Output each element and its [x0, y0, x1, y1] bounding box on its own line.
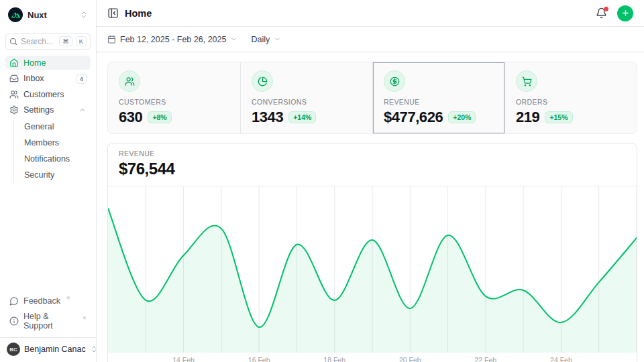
panel-left-close-icon — [107, 7, 119, 19]
x-tick-label: 20 Feb — [399, 356, 421, 362]
feedback-label: Feedback — [23, 296, 60, 306]
stat-delta-badge: +14% — [288, 111, 316, 123]
users-icon — [9, 90, 19, 99]
stat-value: 630 — [119, 109, 142, 125]
sidebar-item-label: Inbox — [23, 74, 44, 83]
date-range-picker[interactable]: Feb 12, 2025 - Feb 26, 2025 — [107, 35, 237, 44]
shopping-cart-icon — [516, 70, 537, 92]
gear-icon — [9, 105, 19, 115]
help-support-label: Help & Support — [23, 312, 76, 330]
sidebar-nav: Home Inbox 4 Customers Settings — [5, 56, 91, 182]
collapse-sidebar-button[interactable] — [107, 7, 119, 19]
kbd-k: K — [76, 36, 87, 46]
kbd-meta: ⌘ — [59, 36, 72, 46]
users-icon — [119, 70, 140, 92]
x-tick-label: 18 Feb — [323, 356, 345, 362]
external-link-icon — [66, 296, 70, 300]
nuxt-logo-icon — [8, 7, 23, 22]
page-title: Home — [125, 8, 590, 19]
search-input[interactable]: Search... ⌘ K — [5, 33, 91, 50]
pie-chart-icon — [252, 70, 273, 92]
help-support-link[interactable]: Help & Support — [5, 309, 91, 333]
chevron-down-icon — [274, 36, 281, 43]
sidebar-item-general[interactable]: General — [24, 119, 91, 134]
stat-card-customers[interactable]: CUSTOMERS 630 +8% — [108, 62, 240, 133]
stat-label: CONVERSIONS — [252, 98, 362, 106]
workspace-name: Nuxt — [28, 10, 75, 20]
search-icon — [9, 38, 17, 46]
feedback-link[interactable]: Feedback — [5, 294, 91, 308]
sidebar-item-label: Customers — [23, 90, 64, 99]
sidebar-item-label: Home — [23, 58, 46, 68]
sidebar-item-notifications[interactable]: Notifications — [24, 152, 91, 166]
chart-total-value: $76,544 — [119, 160, 626, 178]
inbox-icon — [9, 74, 19, 83]
calendar-icon — [107, 35, 116, 44]
user-menu-button[interactable]: BC Benjamin Canac — [7, 343, 89, 356]
stat-card-orders[interactable]: ORDERS 219 +15% — [504, 62, 637, 133]
stat-value: 1343 — [252, 109, 283, 125]
period-label: Daily — [251, 35, 270, 44]
date-range-label: Feb 12, 2025 - Feb 26, 2025 — [120, 35, 226, 44]
chart-title: REVENUE — [119, 149, 626, 158]
revenue-chart-card: REVENUE $76,544 14 Feb16 Feb18 Feb20 Feb… — [107, 143, 637, 362]
stat-value: 219 — [516, 109, 539, 125]
x-tick-label: 14 Feb — [172, 356, 195, 362]
stat-card-conversions[interactable]: CONVERSIONS 1343 +14% — [240, 62, 372, 133]
message-bubble-icon — [9, 296, 19, 306]
top-bar: Home — [97, 0, 644, 27]
sidebar-item-home[interactable]: Home — [5, 56, 91, 70]
stat-label: ORDERS — [516, 98, 626, 106]
sidebar-item-customers[interactable]: Customers — [5, 87, 91, 101]
search-placeholder: Search... — [21, 37, 56, 46]
user-name: Benjamin Canac — [24, 345, 86, 354]
sidebar-footer: Feedback Help & Support — [5, 294, 91, 333]
sidebar-item-inbox[interactable]: Inbox 4 — [5, 71, 91, 86]
avatar: BC — [7, 343, 20, 356]
sidebar-item-members[interactable]: Members — [24, 135, 91, 150]
main-area: Home Feb 12, 2025 - Feb 26, 2025 Daily — [97, 0, 644, 362]
stat-delta-badge: +8% — [148, 111, 171, 123]
chevron-down-icon — [230, 36, 237, 43]
revenue-area-chart[interactable] — [108, 186, 637, 353]
dollar-circle-icon — [384, 70, 405, 92]
filter-toolbar: Feb 12, 2025 - Feb 26, 2025 Daily — [97, 27, 644, 52]
chevrons-up-down-icon — [80, 11, 88, 19]
sidebar-item-label: Settings — [23, 105, 54, 115]
chart-x-axis: 14 Feb16 Feb18 Feb20 Feb22 Feb24 Feb — [108, 353, 637, 362]
chart-header: REVENUE $76,544 — [108, 143, 637, 186]
stats-group: CUSTOMERS 630 +8% CONVERSIONS 1343 +14% — [107, 62, 637, 134]
stat-label: REVENUE — [384, 98, 494, 106]
workspace-switcher[interactable]: Nuxt — [5, 5, 91, 24]
x-tick-label: 16 Feb — [248, 356, 270, 362]
stat-delta-badge: +15% — [545, 111, 572, 123]
stat-card-revenue[interactable]: REVENUE $477,626 +20% — [372, 62, 504, 133]
sidebar: Nuxt Search... ⌘ K Home — [0, 0, 97, 362]
dashboard-content: CUSTOMERS 630 +8% CONVERSIONS 1343 +14% — [97, 52, 644, 362]
app-window: Nuxt Search... ⌘ K Home — [0, 0, 644, 362]
x-tick-label: 24 Feb — [550, 356, 572, 362]
external-link-icon — [82, 316, 87, 320]
chevron-up-icon — [78, 106, 87, 114]
stat-value: $477,626 — [384, 109, 443, 125]
user-section: BC Benjamin Canac — [0, 337, 96, 359]
notifications-button[interactable] — [596, 7, 607, 19]
period-select[interactable]: Daily — [251, 35, 281, 44]
stat-label: CUSTOMERS — [119, 98, 229, 106]
x-tick-label: 22 Feb — [474, 356, 496, 362]
inbox-count-badge: 4 — [76, 74, 87, 84]
plus-icon — [621, 9, 630, 17]
settings-submenu: General Members Notifications Security — [13, 119, 91, 182]
stat-delta-badge: +20% — [448, 111, 476, 123]
notification-dot — [604, 7, 608, 11]
info-circle-icon — [9, 316, 19, 326]
home-icon — [9, 58, 19, 68]
sidebar-item-security[interactable]: Security — [24, 168, 91, 182]
add-button[interactable] — [617, 5, 633, 21]
sidebar-item-settings[interactable]: Settings — [5, 103, 91, 117]
